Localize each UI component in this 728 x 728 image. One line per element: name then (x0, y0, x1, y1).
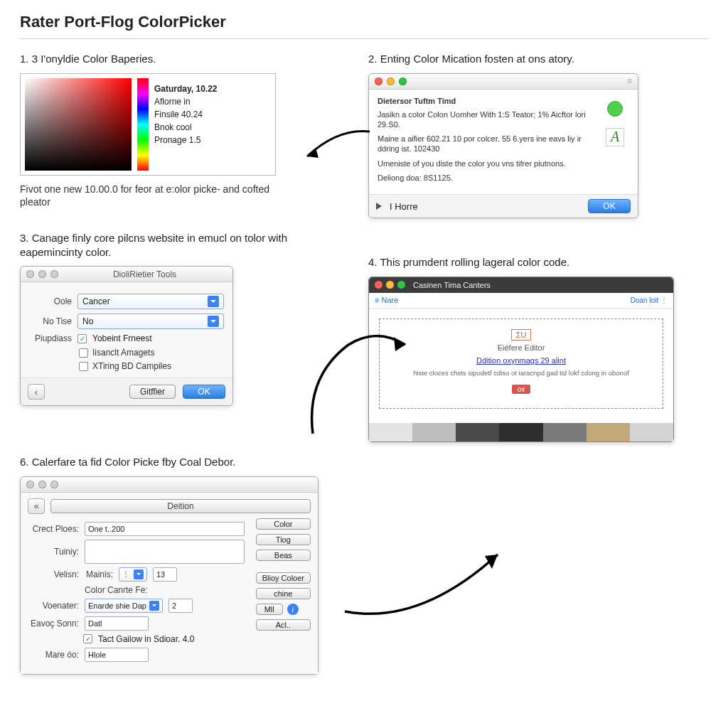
label-crect: Crect Ploes: (28, 524, 79, 534)
beas-button[interactable]: Beas (256, 550, 311, 561)
label-tuing: Tuiniy: (28, 547, 79, 557)
select-voenater-value: Enarde shie Dap (88, 601, 146, 610)
back-button[interactable]: ‹ (28, 384, 45, 400)
zoom-icon[interactable] (399, 77, 407, 85)
mal-button[interactable]: Mll (256, 604, 283, 615)
input-crect[interactable]: One t..200 (85, 522, 245, 536)
saturation-field[interactable] (25, 78, 132, 171)
input-mare[interactable]: Hlole (85, 648, 149, 662)
ok-button[interactable]: OK (183, 385, 225, 399)
select-oole[interactable]: Cancer (77, 294, 224, 309)
step3-window: DioliRietier Tools Oole Cancer No Tise N… (20, 266, 233, 406)
swatch[interactable] (456, 423, 499, 441)
checkbox-tact-label: Tact Gailow in Sdioar. 4.0 (98, 634, 194, 644)
tog-button[interactable]: Tiog (256, 534, 311, 545)
step2-window-title: Dietersor Tuftm Timd (378, 97, 594, 105)
step2-body: Dietersor Tuftm Timd Jasikn a color Colo… (369, 90, 638, 195)
zoom-icon[interactable] (50, 270, 58, 278)
input-tuing[interactable] (85, 540, 245, 564)
gitfier-button[interactable]: Gitffier (129, 385, 176, 399)
play-icon[interactable] (376, 203, 385, 210)
swatch-row (369, 423, 673, 441)
select-notise-value: No (82, 316, 93, 326)
checkbox-xtiring[interactable] (79, 362, 88, 371)
ok-button[interactable]: OK (588, 199, 631, 213)
step4-window: Casinen Tima Canters ≡ Nare Doan loit ⋮ … (368, 277, 674, 442)
chevron-down-icon (208, 316, 219, 327)
info-icon[interactable]: i (287, 604, 299, 615)
ox-button[interactable]: ox (512, 385, 531, 394)
step2-footer: I Horre OK (369, 194, 638, 218)
step4-toolbar: ≡ Nare Doan loit ⋮ (369, 293, 673, 309)
step4-titlebar: Casinen Tima Canters (369, 277, 673, 293)
readout-line2: Aflorne in (154, 95, 218, 108)
readout-line4: Bnok cool (154, 121, 218, 134)
drop-desc: histe cloces chsts sipodetf cdiso ot iar… (387, 369, 655, 378)
zoom-icon[interactable] (397, 281, 405, 289)
swatch[interactable] (630, 423, 673, 441)
step-2: 2. Enting Color Mication fosten at ons a… (368, 52, 702, 218)
swatch[interactable] (412, 423, 456, 441)
swatch[interactable] (499, 423, 542, 441)
step3-title: 3. Canage finly core pilcns website in e… (20, 231, 340, 259)
color-button[interactable]: Color (256, 518, 311, 530)
step6-title: 6. Calerfare ta fid Color Picke fby Coal… (20, 455, 340, 469)
swatch[interactable] (587, 423, 630, 441)
close-icon[interactable] (375, 77, 382, 85)
readout-line5: Pronage 1.5 (154, 134, 218, 146)
checkbox-yobeint[interactable] (77, 334, 87, 343)
color-picker-panel: Gaturday, 10.22 Aflorne in Finsile 40.24… (20, 73, 276, 176)
eu-badge: ΣU (511, 329, 532, 341)
close-icon[interactable] (375, 281, 382, 289)
input-eavoc[interactable]: Datl (85, 616, 149, 631)
zoom-icon[interactable] (50, 481, 58, 488)
step3-titlebar: DioliRietier Tools (21, 267, 232, 282)
center-link[interactable]: Ddition oxynmags 29 alint (387, 356, 655, 365)
minimize-icon[interactable] (38, 481, 46, 488)
label-colorcarte: Color Canrte Fe: (85, 585, 148, 595)
step2-window: ≡ Dietersor Tuftm Timd Jasikn a color Co… (368, 73, 638, 219)
step2-p3: Umeniste of you diste the color you vns … (378, 159, 594, 168)
minimize-icon[interactable] (38, 270, 46, 278)
tab-deition[interactable]: Deition (50, 499, 311, 513)
close-icon[interactable] (26, 270, 34, 278)
input-voenater-num[interactable]: 2 (168, 599, 193, 613)
acl-button[interactable]: Acl.. (256, 619, 311, 631)
select-mains[interactable]: ⋮ (119, 567, 147, 582)
swatch[interactable] (369, 423, 412, 441)
step2-title: 2. Enting Color Mication fosten at ons a… (368, 52, 702, 66)
step1-title: 1. 3 I'onyldie Color Baperies. (20, 52, 340, 66)
swatch[interactable] (543, 423, 587, 441)
step4-window-title: Casinen Tima Canters (413, 281, 491, 289)
select-oole-value: Cancer (82, 296, 110, 306)
select-notise[interactable]: No (77, 314, 224, 329)
label-piupdass: Piupdiass (29, 333, 72, 343)
bloy-button[interactable]: Blioy Coloer (256, 572, 311, 584)
editor-label: Eiéfere Editor (387, 343, 655, 352)
readout-line3: Finsile 40.24 (154, 108, 218, 121)
step6-window: « Deition Crect Ploes: One t..200 Tuiniy… (20, 476, 318, 675)
step4-title: 4. This prumdent rolling lageral color c… (368, 255, 702, 269)
menu-button[interactable]: ≡ Nare (375, 296, 398, 304)
minimize-icon[interactable] (387, 77, 395, 85)
back-button[interactable]: « (28, 498, 45, 514)
step2-footer-left: I Horre (390, 201, 418, 212)
step-3: 3. Canage finly core pilcns website in e… (20, 231, 340, 442)
checkbox-iisanct-label: Iisanclt Amagets (92, 348, 154, 358)
drop-zone[interactable]: ΣU Eiéfere Editor Ddition oxynmags 29 al… (379, 318, 663, 409)
divider (20, 38, 708, 39)
step3-window-title: DioliRietier Tools (63, 269, 227, 279)
minimize-icon[interactable] (386, 281, 394, 289)
select-voenater[interactable]: Enarde shie Dap (85, 599, 163, 613)
text-color-icon[interactable]: A (606, 128, 624, 146)
hue-slider[interactable] (137, 78, 149, 171)
checkbox-iisanct[interactable] (79, 348, 88, 358)
checkbox-tact[interactable] (83, 634, 92, 643)
input-mains-num[interactable]: 13 (153, 567, 177, 582)
top-link[interactable]: Doan loit ⋮ (631, 296, 668, 304)
titlebar-lines-icon: ≡ (627, 76, 632, 86)
page-title: Rater Port-Flog ColorPicker (20, 13, 708, 31)
close-icon[interactable] (26, 481, 34, 488)
chine-button[interactable]: chine (256, 588, 311, 599)
checkbox-xtiring-label: XTiring BD Campiles (92, 361, 171, 371)
